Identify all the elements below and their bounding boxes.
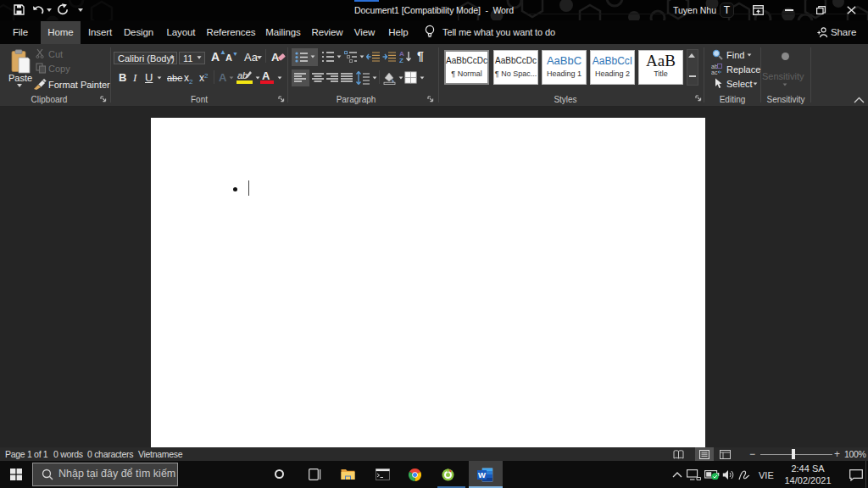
svg-text:Z: Z	[399, 57, 403, 64]
svg-text:W: W	[478, 470, 486, 480]
svg-text:ac: ac	[711, 69, 718, 75]
svg-text:ab: ab	[711, 64, 718, 69]
